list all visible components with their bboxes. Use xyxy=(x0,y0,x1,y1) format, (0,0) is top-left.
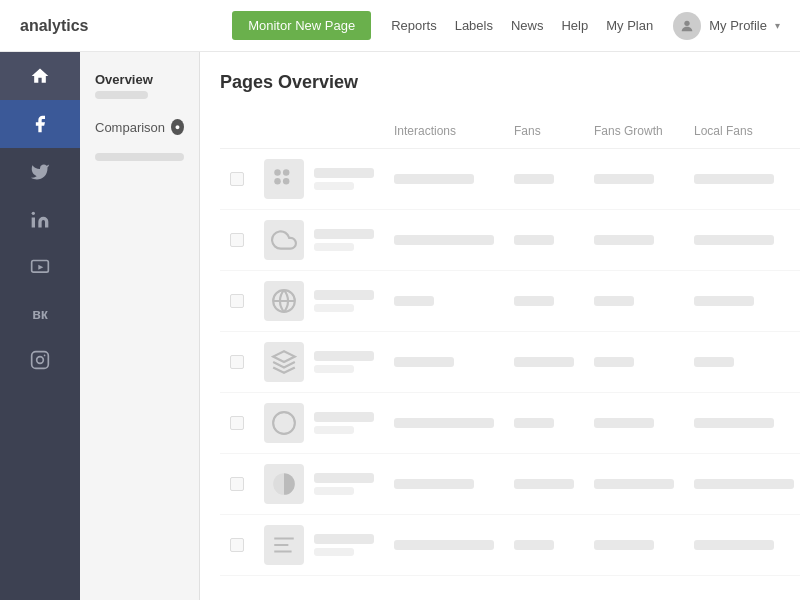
row-thumb-cell xyxy=(254,332,384,393)
main-area: вк Overview Comparison ● P xyxy=(0,52,800,600)
svg-rect-4 xyxy=(32,352,49,369)
row-interactions xyxy=(384,332,504,393)
fans-val xyxy=(514,174,554,184)
left-panel-overview[interactable]: Overview xyxy=(80,62,199,109)
nav-reports[interactable]: Reports xyxy=(391,18,437,33)
fans-growth-val xyxy=(594,540,654,550)
col-interactions-header: Interactions xyxy=(384,113,504,149)
svg-point-8 xyxy=(283,169,290,176)
profile-area[interactable]: My Profile ▾ xyxy=(673,12,780,40)
nav-myplan[interactable]: My Plan xyxy=(606,18,653,33)
row-thumb-cell xyxy=(254,149,384,210)
row-local-fans xyxy=(684,393,800,454)
row-interactions xyxy=(384,515,504,576)
comparison-label: Comparison xyxy=(95,120,165,135)
chevron-down-icon: ▾ xyxy=(775,20,780,31)
row-checkbox[interactable] xyxy=(230,294,244,308)
left-panel: Overview Comparison ● xyxy=(80,52,200,600)
row-fans xyxy=(504,515,584,576)
local-fans-val xyxy=(694,235,774,245)
page-thumbnail xyxy=(264,281,304,321)
table-row[interactable] xyxy=(220,332,800,393)
table-row[interactable] xyxy=(220,454,800,515)
page-thumbnail xyxy=(264,220,304,260)
nav-labels[interactable]: Labels xyxy=(455,18,493,33)
row-interactions xyxy=(384,210,504,271)
page-thumbnail xyxy=(264,464,304,504)
row-checkbox[interactable] xyxy=(230,538,244,552)
sidebar-item-twitter[interactable] xyxy=(0,148,80,196)
fans-val xyxy=(514,235,554,245)
sidebar-item-home[interactable] xyxy=(0,52,80,100)
profile-name: My Profile xyxy=(709,18,767,33)
row-thumb-cell xyxy=(254,271,384,332)
page-name-skel xyxy=(314,534,374,544)
nav-help[interactable]: Help xyxy=(561,18,588,33)
svg-point-14 xyxy=(273,412,295,434)
table-body xyxy=(220,149,800,576)
nav-news[interactable]: News xyxy=(511,18,544,33)
table-row[interactable] xyxy=(220,515,800,576)
row-fans-growth xyxy=(584,271,684,332)
sidebar-item-linkedin[interactable] xyxy=(0,196,80,244)
row-fans-growth xyxy=(584,515,684,576)
row-local-fans xyxy=(684,210,800,271)
row-interactions xyxy=(384,454,504,515)
col-local-fans-header: Local Fans xyxy=(684,113,800,149)
row-thumb-cell xyxy=(254,454,384,515)
sidebar-item-vk[interactable]: вк xyxy=(0,292,80,336)
row-check-cell xyxy=(220,393,254,454)
comparison-count: ● xyxy=(175,122,180,132)
row-checkbox[interactable] xyxy=(230,416,244,430)
interactions-val xyxy=(394,540,494,550)
page-sub-skel xyxy=(314,304,354,312)
table-row[interactable] xyxy=(220,393,800,454)
page-thumbnail xyxy=(264,342,304,382)
nav-links: Reports Labels News Help My Plan xyxy=(391,18,653,33)
left-panel-comparison[interactable]: Comparison ● xyxy=(80,109,199,145)
row-thumb-cell xyxy=(254,515,384,576)
content-panel: Overview Comparison ● Pages Overview xyxy=(80,52,800,600)
svg-marker-13 xyxy=(273,351,295,362)
page-sub-skel xyxy=(314,182,354,190)
monitor-new-page-button[interactable]: Monitor New Page xyxy=(232,11,371,40)
page-sub-skel xyxy=(314,548,354,556)
table-row[interactable] xyxy=(220,271,800,332)
row-fans-growth xyxy=(584,454,684,515)
overview-skel xyxy=(95,91,148,99)
svg-point-5 xyxy=(37,357,44,364)
sidebar-item-facebook[interactable] xyxy=(0,100,80,148)
row-fans-growth xyxy=(584,393,684,454)
profile-icon xyxy=(673,12,701,40)
page-name-skel xyxy=(314,168,374,178)
row-local-fans xyxy=(684,515,800,576)
sidebar-item-instagram[interactable] xyxy=(0,336,80,384)
local-fans-val xyxy=(694,540,774,550)
left-panel-skel-1 xyxy=(80,145,199,169)
sidebar-item-youtube[interactable] xyxy=(0,244,80,292)
fans-growth-val xyxy=(594,479,674,489)
row-fans xyxy=(504,149,584,210)
overview-label: Overview xyxy=(95,72,153,87)
local-fans-val xyxy=(694,174,774,184)
row-local-fans xyxy=(684,271,800,332)
interactions-val xyxy=(394,235,494,245)
local-fans-val xyxy=(694,357,734,367)
svg-point-7 xyxy=(274,169,281,176)
col-check xyxy=(220,113,254,149)
interactions-val xyxy=(394,174,474,184)
row-checkbox[interactable] xyxy=(230,172,244,186)
row-checkbox[interactable] xyxy=(230,355,244,369)
table-row[interactable] xyxy=(220,210,800,271)
skel-bar-1 xyxy=(95,153,184,161)
page-name-skel xyxy=(314,229,374,239)
row-checkbox[interactable] xyxy=(230,477,244,491)
table-row[interactable] xyxy=(220,149,800,210)
interactions-val xyxy=(394,296,434,306)
local-fans-val xyxy=(694,418,774,428)
row-checkbox[interactable] xyxy=(230,233,244,247)
page-title: Pages Overview xyxy=(220,72,780,93)
row-thumb-cell xyxy=(254,393,384,454)
row-thumb-cell xyxy=(254,210,384,271)
fans-val xyxy=(514,357,574,367)
